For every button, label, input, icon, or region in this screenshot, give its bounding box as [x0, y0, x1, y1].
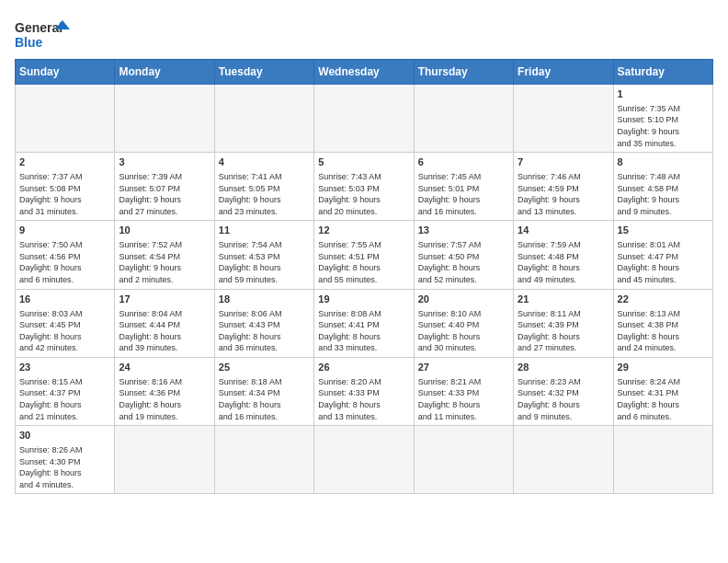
weekday-header-sunday: Sunday [16, 60, 115, 85]
calendar-cell: 30Sunrise: 8:26 AM Sunset: 4:30 PM Dayli… [16, 426, 115, 494]
day-info: Sunrise: 7:35 AM Sunset: 5:10 PM Dayligh… [618, 103, 709, 149]
calendar-cell: 20Sunrise: 8:10 AM Sunset: 4:40 PM Dayli… [414, 289, 513, 357]
day-number: 18 [219, 293, 310, 306]
calendar-body: 1Sunrise: 7:35 AM Sunset: 5:10 PM Daylig… [16, 85, 713, 494]
logo: General Blue [15, 18, 70, 52]
calendar-cell: 21Sunrise: 8:11 AM Sunset: 4:39 PM Dayli… [514, 289, 613, 357]
day-number: 10 [119, 224, 210, 237]
calendar-week-row: 9Sunrise: 7:50 AM Sunset: 4:56 PM Daylig… [16, 221, 713, 289]
calendar-cell: 5Sunrise: 7:43 AM Sunset: 5:03 PM Daylig… [314, 153, 414, 221]
day-number: 30 [19, 429, 110, 442]
calendar-cell [314, 85, 414, 153]
weekday-header-wednesday: Wednesday [314, 60, 414, 85]
day-number: 14 [518, 224, 609, 237]
calendar-cell: 26Sunrise: 8:20 AM Sunset: 4:33 PM Dayli… [314, 357, 414, 425]
day-number: 15 [618, 224, 709, 237]
calendar-cell [16, 85, 115, 153]
day-info: Sunrise: 8:21 AM Sunset: 4:33 PM Dayligh… [418, 376, 509, 422]
calendar-cell: 9Sunrise: 7:50 AM Sunset: 4:56 PM Daylig… [16, 221, 115, 289]
day-number: 11 [219, 224, 310, 237]
calendar-header: SundayMondayTuesdayWednesdayThursdayFrid… [16, 60, 713, 85]
day-info: Sunrise: 8:06 AM Sunset: 4:43 PM Dayligh… [219, 308, 310, 354]
weekday-header-saturday: Saturday [613, 60, 712, 85]
calendar-cell: 7Sunrise: 7:46 AM Sunset: 4:59 PM Daylig… [514, 153, 613, 221]
day-number: 9 [19, 224, 110, 237]
calendar-cell [115, 85, 214, 153]
calendar-cell [214, 85, 313, 153]
day-number: 22 [618, 293, 709, 306]
calendar-cell: 16Sunrise: 8:03 AM Sunset: 4:45 PM Dayli… [16, 289, 115, 357]
calendar-cell: 29Sunrise: 8:24 AM Sunset: 4:31 PM Dayli… [613, 357, 712, 425]
calendar-week-row: 23Sunrise: 8:15 AM Sunset: 4:37 PM Dayli… [16, 357, 713, 425]
day-info: Sunrise: 8:13 AM Sunset: 4:38 PM Dayligh… [618, 308, 709, 354]
day-info: Sunrise: 8:20 AM Sunset: 4:33 PM Dayligh… [318, 376, 409, 422]
calendar-cell: 19Sunrise: 8:08 AM Sunset: 4:41 PM Dayli… [314, 289, 414, 357]
calendar-cell: 27Sunrise: 8:21 AM Sunset: 4:33 PM Dayli… [414, 357, 513, 425]
generalblue-logo-icon: General Blue [15, 18, 70, 52]
calendar-cell: 17Sunrise: 8:04 AM Sunset: 4:44 PM Dayli… [115, 289, 214, 357]
day-number: 8 [618, 155, 709, 169]
calendar-cell: 24Sunrise: 8:16 AM Sunset: 4:36 PM Dayli… [115, 357, 214, 425]
calendar-cell: 2Sunrise: 7:37 AM Sunset: 5:08 PM Daylig… [16, 153, 115, 221]
day-info: Sunrise: 7:52 AM Sunset: 4:54 PM Dayligh… [119, 239, 210, 285]
day-number: 12 [318, 224, 409, 237]
day-info: Sunrise: 8:23 AM Sunset: 4:32 PM Dayligh… [518, 376, 609, 422]
calendar-cell: 13Sunrise: 7:57 AM Sunset: 4:50 PM Dayli… [414, 221, 513, 289]
day-number: 20 [418, 293, 509, 306]
day-number: 16 [19, 293, 110, 306]
day-info: Sunrise: 8:10 AM Sunset: 4:40 PM Dayligh… [418, 308, 509, 354]
day-info: Sunrise: 7:39 AM Sunset: 5:07 PM Dayligh… [119, 171, 210, 217]
calendar-cell: 11Sunrise: 7:54 AM Sunset: 4:53 PM Dayli… [214, 221, 313, 289]
day-number: 25 [219, 361, 310, 374]
day-number: 19 [318, 293, 409, 306]
calendar-cell [214, 426, 313, 494]
day-number: 1 [618, 87, 709, 101]
day-info: Sunrise: 8:08 AM Sunset: 4:41 PM Dayligh… [318, 308, 409, 354]
svg-text:General: General [15, 20, 63, 35]
calendar-cell: 28Sunrise: 8:23 AM Sunset: 4:32 PM Dayli… [514, 357, 613, 425]
day-number: 24 [119, 361, 210, 374]
calendar-cell [414, 426, 513, 494]
page: General Blue SundayMondayTuesdayWednesda… [0, 0, 728, 563]
day-info: Sunrise: 8:16 AM Sunset: 4:36 PM Dayligh… [119, 376, 210, 422]
calendar-cell: 25Sunrise: 8:18 AM Sunset: 4:34 PM Dayli… [214, 357, 313, 425]
day-number: 27 [418, 361, 509, 374]
weekday-header-thursday: Thursday [414, 60, 513, 85]
day-info: Sunrise: 7:48 AM Sunset: 4:58 PM Dayligh… [618, 171, 709, 217]
calendar-table: SundayMondayTuesdayWednesdayThursdayFrid… [15, 59, 713, 494]
calendar-cell: 6Sunrise: 7:45 AM Sunset: 5:01 PM Daylig… [414, 153, 513, 221]
day-info: Sunrise: 7:50 AM Sunset: 4:56 PM Dayligh… [19, 239, 110, 285]
day-number: 26 [318, 361, 409, 374]
weekday-header-tuesday: Tuesday [214, 60, 313, 85]
day-number: 23 [19, 361, 110, 374]
calendar-week-row: 1Sunrise: 7:35 AM Sunset: 5:10 PM Daylig… [16, 85, 713, 153]
day-number: 29 [618, 361, 709, 374]
calendar-cell [115, 426, 214, 494]
calendar-cell: 14Sunrise: 7:59 AM Sunset: 4:48 PM Dayli… [514, 221, 613, 289]
day-info: Sunrise: 8:04 AM Sunset: 4:44 PM Dayligh… [119, 308, 210, 354]
day-info: Sunrise: 8:26 AM Sunset: 4:30 PM Dayligh… [19, 444, 110, 490]
day-number: 17 [119, 293, 210, 306]
calendar-cell [514, 85, 613, 153]
calendar-cell: 8Sunrise: 7:48 AM Sunset: 4:58 PM Daylig… [613, 153, 712, 221]
calendar-cell: 22Sunrise: 8:13 AM Sunset: 4:38 PM Dayli… [613, 289, 712, 357]
weekday-header-monday: Monday [115, 60, 214, 85]
day-info: Sunrise: 8:11 AM Sunset: 4:39 PM Dayligh… [518, 308, 609, 354]
day-info: Sunrise: 8:24 AM Sunset: 4:31 PM Dayligh… [618, 376, 709, 422]
calendar-cell: 15Sunrise: 8:01 AM Sunset: 4:47 PM Dayli… [613, 221, 712, 289]
day-number: 5 [318, 155, 409, 169]
day-info: Sunrise: 7:54 AM Sunset: 4:53 PM Dayligh… [219, 239, 310, 285]
weekday-row: SundayMondayTuesdayWednesdayThursdayFrid… [16, 60, 713, 85]
weekday-header-friday: Friday [514, 60, 613, 85]
header: General Blue [15, 15, 713, 52]
day-number: 28 [518, 361, 609, 374]
day-info: Sunrise: 7:59 AM Sunset: 4:48 PM Dayligh… [518, 239, 609, 285]
day-number: 21 [518, 293, 609, 306]
day-info: Sunrise: 7:41 AM Sunset: 5:05 PM Dayligh… [219, 171, 310, 217]
calendar-cell: 10Sunrise: 7:52 AM Sunset: 4:54 PM Dayli… [115, 221, 214, 289]
day-info: Sunrise: 7:37 AM Sunset: 5:08 PM Dayligh… [19, 171, 110, 217]
day-info: Sunrise: 7:43 AM Sunset: 5:03 PM Dayligh… [318, 171, 409, 217]
day-number: 6 [418, 155, 509, 169]
calendar-cell: 4Sunrise: 7:41 AM Sunset: 5:05 PM Daylig… [214, 153, 313, 221]
svg-text:Blue: Blue [15, 35, 43, 50]
